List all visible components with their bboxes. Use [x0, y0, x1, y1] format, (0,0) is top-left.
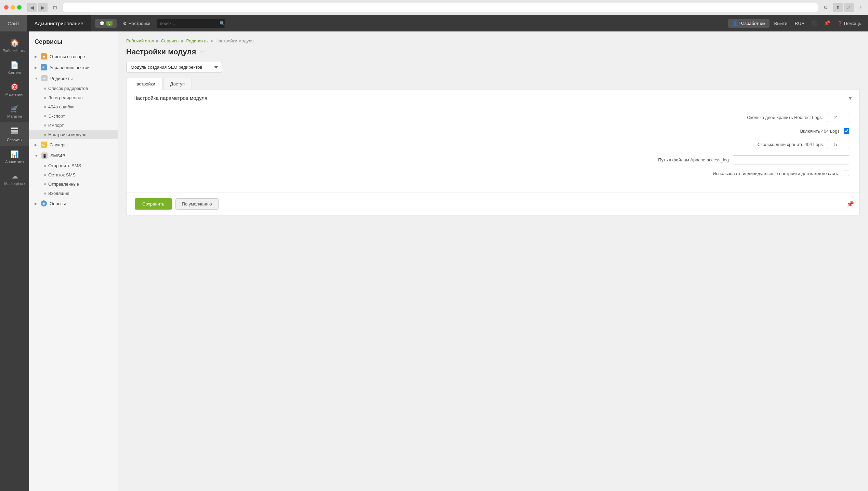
sticker-icon: 🏷 [41, 142, 47, 148]
sidebar-subitem-label: Список редиректов [48, 86, 88, 91]
enable-404-label: Включить 404 Logs [720, 129, 840, 134]
fullscreen-button[interactable]: ⤢ [844, 3, 854, 12]
document-icon: 📄 [10, 61, 19, 69]
sidebar-subitem-send-sms[interactable]: Отправить SMS [29, 161, 118, 170]
bullet-icon [44, 183, 46, 185]
redirect-logs-days-label: Сколько дней хранить Redirect Logs: [703, 115, 823, 120]
sidebar-subitem-sent-sms[interactable]: Отправленные [29, 180, 118, 189]
individual-settings-checkbox[interactable] [844, 171, 849, 176]
chevron-right-icon: ▶ [35, 202, 37, 205]
app-header: Сайт Администрирование 💬 5 ⚙ Настройки 🔍… [0, 15, 868, 31]
layers-icon [11, 127, 19, 136]
reload-button[interactable]: ↻ [824, 5, 828, 10]
page-title: Настройки модуля [126, 48, 196, 56]
sidebar-item-polls[interactable]: ▶ ◉ Опросы [29, 198, 118, 209]
admin-tab[interactable]: Администрирование [27, 15, 91, 31]
sidebar-item-services[interactable]: Сервисы [0, 122, 29, 146]
search-input[interactable] [160, 21, 218, 26]
individual-settings-label: Использовать индивидуальные настройки дл… [713, 171, 840, 176]
breadcrumb-sep-3: ▶ [211, 39, 213, 43]
panel-header[interactable]: Настройка параметров модуля ▼ [127, 90, 859, 106]
sidebar-item-sms4b[interactable]: ▼ 📱 SMS4B [29, 150, 118, 161]
sidebar-subitem-module-settings[interactable]: Настройки модуля [29, 130, 118, 139]
sidebar-item-content[interactable]: 📄 Контент [0, 57, 29, 79]
sidebar-item-label: Отзывы о товаре [50, 54, 85, 59]
minimize-button[interactable] [11, 5, 15, 10]
settings-button[interactable]: ⚙ Настройки [119, 19, 154, 28]
sidebar-subitem-label: Импорт [48, 123, 64, 128]
default-button[interactable]: По умолчанию [175, 198, 219, 210]
sidebar-item-shop[interactable]: 🛒 Магазин [0, 101, 29, 122]
sidebar-item-label: Магазин [7, 114, 22, 118]
svg-rect-2 [11, 132, 18, 134]
main-content: Рабочий стол ▶ Сервисы ▶ Редиректы ▶ Нас… [118, 31, 868, 491]
sidebar-subitem-label: Логи редиректов [48, 95, 83, 100]
panel-body: Сколько дней хранить Redirect Logs: Вклю… [127, 106, 859, 193]
nav-sidebar: Сервисы ▶ ★ Отзывы о товаре ▶ ✉ Управлен… [29, 31, 118, 491]
sidebar-subitem-label: Экспорт [48, 114, 65, 119]
tab-access[interactable]: Доступ [163, 78, 192, 90]
sidebar-item-marketplace[interactable]: ☁ Marketplace [0, 168, 29, 190]
sidebar-item-marketing[interactable]: 🎯 Маркетинг [0, 79, 29, 101]
sidebar-item-desktop[interactable]: 🏠 Рабочий стол [0, 34, 29, 57]
apache-log-input[interactable] [733, 155, 849, 164]
404-logs-days-input[interactable] [827, 140, 849, 149]
redirect-logs-days-input[interactable] [827, 113, 849, 122]
maximize-button[interactable] [17, 5, 22, 10]
chevron-right-icon: ▶ [35, 143, 37, 147]
sidebar-item-analytics[interactable]: 📊 Аналитика [0, 146, 29, 168]
address-bar[interactable] [63, 3, 818, 12]
help-button[interactable]: ❓ Помощь [834, 19, 864, 28]
bullet-icon [44, 97, 46, 99]
form-row-redirect-logs-days: Сколько дней хранить Redirect Logs: [137, 113, 849, 122]
back-button[interactable]: ◀ [27, 3, 37, 12]
enable-404-checkbox[interactable] [844, 128, 849, 134]
question-icon: ❓ [837, 21, 843, 26]
sidebar-subitem-redirect-list[interactable]: Список редиректов [29, 84, 118, 93]
sidebar-subitem-export[interactable]: Экспорт [29, 111, 118, 121]
sidebar-item-reviews[interactable]: ▶ ★ Отзывы о товаре [29, 51, 118, 62]
tab-settings[interactable]: Настройки [126, 78, 162, 90]
chevron-right-icon: ▶ [35, 55, 37, 58]
cart-icon: 🛒 [10, 105, 19, 113]
sidebar-item-label: Редиректы [50, 76, 73, 81]
search-box: 🔍 [157, 19, 225, 28]
sidebar-item-stickers[interactable]: ▶ 🏷 Стикеры [29, 139, 118, 150]
breadcrumb-services[interactable]: Сервисы [161, 38, 180, 43]
language-button[interactable]: RU ▾ [792, 19, 807, 28]
sidebar-subitem-import[interactable]: Импорт [29, 121, 118, 130]
sidebar-subitem-redirect-logs[interactable]: Логи редиректов [29, 93, 118, 102]
sidebar-subitem-label: Настройки модуля [48, 132, 87, 137]
sidebar-item-mail[interactable]: ▶ ✉ Управление почтой [29, 62, 118, 73]
forward-button[interactable]: ▶ [38, 3, 48, 12]
breadcrumb-desktop[interactable]: Рабочий стол [126, 38, 154, 43]
sidebar-item-redirects[interactable]: ▼ ↩ Редиректы [29, 73, 118, 84]
pin-header-button[interactable]: 📌 [822, 18, 832, 28]
chevron-right-icon: ▶ [35, 66, 37, 69]
logout-button[interactable]: Выйти [772, 19, 790, 28]
sidebar-subitem-sms-balance[interactable]: Остаток SMS [29, 170, 118, 180]
user-button[interactable]: 👤 Разработчик [728, 19, 770, 28]
close-button[interactable] [4, 5, 9, 10]
share-button[interactable]: ⬆ [833, 3, 843, 12]
save-button[interactable]: Сохранить [135, 198, 172, 210]
module-select[interactable]: Модуль создания SEO редиректов [126, 62, 222, 72]
window-toggle-button[interactable]: ⊡ [50, 3, 60, 12]
sidebar-item-label: Контент [8, 70, 22, 75]
icon-sidebar: 🏠 Рабочий стол 📄 Контент 🎯 Маркетинг 🛒 М… [0, 31, 29, 491]
notification-icon: 💬 [99, 21, 105, 26]
chart-icon: 📊 [10, 150, 19, 158]
sidebar-subitem-incoming-sms[interactable]: Входящие [29, 189, 118, 198]
new-tab-button[interactable]: + [856, 4, 864, 11]
sidebar-subitem-404-errors[interactable]: 404s ошибки [29, 102, 118, 111]
site-tab[interactable]: Сайт [0, 15, 27, 31]
breadcrumb-sep-1: ▶ [156, 39, 159, 43]
browser-bar: ◀ ▶ ⊡ ↻ ⬆ ⤢ + [0, 0, 868, 15]
form-row-individual-settings: Использовать индивидуальные настройки дл… [137, 171, 849, 176]
browser-navigation: ◀ ▶ [27, 3, 48, 12]
breadcrumb-redirects[interactable]: Редиректы [186, 38, 208, 43]
notifications-button[interactable]: 💬 5 [95, 19, 117, 28]
display-button[interactable]: ⬛ [809, 18, 820, 28]
favorite-star-icon[interactable]: ☆ [199, 48, 205, 56]
chevron-down-icon: ▼ [35, 77, 38, 80]
